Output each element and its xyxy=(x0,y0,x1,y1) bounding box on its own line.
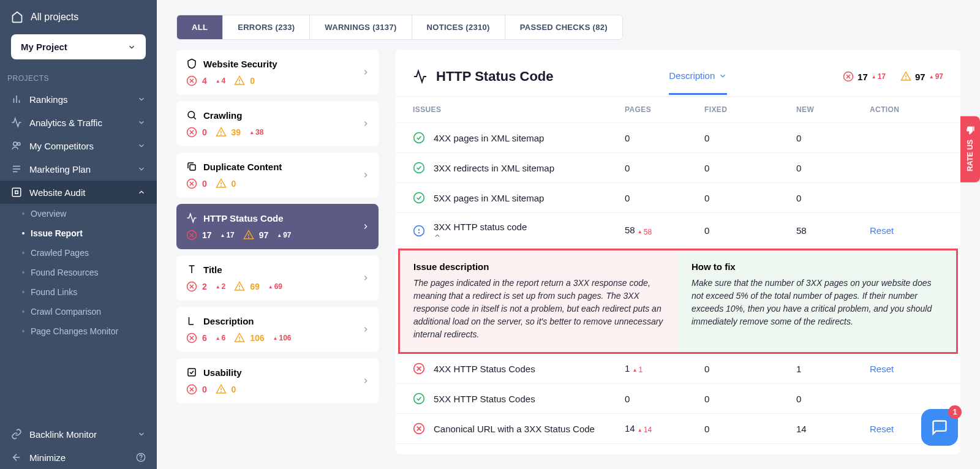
svg-point-50 xyxy=(221,391,221,392)
activity-icon xyxy=(413,69,428,84)
chevron-down-icon xyxy=(137,118,146,127)
tab-passed[interactable]: PASSED CHECKS (82) xyxy=(505,15,622,39)
nav-marketing-plan[interactable]: Marketing Plan xyxy=(0,157,157,181)
issue-name: 4XX HTTP Status Codes xyxy=(434,364,535,374)
description-dropdown[interactable]: Description xyxy=(669,70,727,95)
chevron-right-icon xyxy=(361,222,370,231)
table-row[interactable]: 5XX pages in XML sitemap000 xyxy=(396,183,960,213)
table-row[interactable]: 3XX redirects in XML sitemap000 xyxy=(396,153,960,183)
fixed-cell: 0 xyxy=(704,193,796,203)
all-projects-link[interactable]: All projects xyxy=(0,0,157,34)
svg-line-18 xyxy=(194,117,196,119)
status-icon xyxy=(413,422,425,435)
col-issues: ISSUES xyxy=(413,105,625,114)
issue-name: 4XX pages in XML sitemap xyxy=(434,133,544,143)
sub-found-links[interactable]: Found Links xyxy=(11,282,157,302)
nav-competitors[interactable]: My Competitors xyxy=(0,134,157,157)
issue-name: 5XX pages in XML sitemap xyxy=(434,193,544,203)
sub-crawled-pages[interactable]: Crawled Pages xyxy=(11,243,157,263)
sub-overview[interactable]: Overview xyxy=(11,204,157,223)
tab-notices[interactable]: NOTICES (2310) xyxy=(412,15,505,39)
table-row[interactable]: 4XX pages in XML sitemap000 xyxy=(396,123,960,153)
list-icon xyxy=(11,163,22,174)
sub-page-changes[interactable]: Page Changes Monitor xyxy=(11,321,157,341)
detail-panel: HTTP Status Code Description 1717 xyxy=(396,50,960,454)
svg-point-44 xyxy=(239,340,240,340)
tab-all[interactable]: ALL xyxy=(177,15,223,39)
svg-rect-8 xyxy=(12,188,21,197)
col-pages: PAGES xyxy=(625,105,704,114)
col-fixed: FIXED xyxy=(704,105,796,114)
category-title: Title xyxy=(203,265,222,275)
project-dropdown[interactable]: My Project xyxy=(11,34,146,59)
tab-errors[interactable]: ERRORS (233) xyxy=(223,15,310,39)
category-title: Description xyxy=(203,316,254,326)
warning-icon xyxy=(900,71,911,82)
category-card[interactable]: Crawling 0 3938 xyxy=(176,101,379,146)
svg-point-17 xyxy=(188,111,195,118)
category-icon xyxy=(186,110,197,121)
col-action: ACTION xyxy=(870,105,943,114)
svg-point-29 xyxy=(221,186,221,186)
category-stats: 0 3938 xyxy=(186,127,369,138)
chevron-up-icon xyxy=(137,188,146,197)
fixed-cell: 0 xyxy=(704,163,796,173)
category-card[interactable]: Description 66 106106 xyxy=(176,307,379,352)
svg-point-11 xyxy=(141,459,141,460)
fixed-cell: 0 xyxy=(704,394,796,404)
head-error-count: 1717 xyxy=(843,71,886,82)
nav-backlink-monitor[interactable]: Backlink Monitor xyxy=(0,422,157,446)
sub-issue-report[interactable]: Issue Report xyxy=(11,223,157,243)
table-row[interactable]: 3XX HTTP status code 58 58058Reset xyxy=(396,213,960,249)
sub-found-resources[interactable]: Found Resources xyxy=(11,263,157,282)
chevron-down-icon xyxy=(718,72,727,80)
status-icon xyxy=(413,362,425,375)
category-stats: 1717 9797 xyxy=(186,230,369,241)
table-row[interactable]: Canonical URL with a 3XX Status Code14 1… xyxy=(396,414,960,444)
table-row[interactable]: 4XX HTTP Status Codes1 101Reset xyxy=(396,354,960,384)
activity-icon xyxy=(11,117,22,128)
link-icon xyxy=(11,429,22,440)
main-content: ALL ERRORS (233) WARNINGS (3137) NOTICES… xyxy=(157,0,980,469)
detail-title: HTTP Status Code xyxy=(436,69,554,84)
category-stats: 22 6969 xyxy=(186,281,369,292)
nav-analytics-traffic[interactable]: Analytics & Traffic xyxy=(0,111,157,134)
help-icon[interactable] xyxy=(136,452,146,462)
fixed-cell: 0 xyxy=(704,424,796,434)
reset-button[interactable]: Reset xyxy=(870,364,894,374)
reset-button[interactable]: Reset xyxy=(870,424,894,434)
svg-point-23 xyxy=(221,134,221,135)
category-title: Website Security xyxy=(203,59,277,69)
category-card[interactable]: HTTP Status Code 1717 9797 xyxy=(176,204,379,249)
sidebar: All projects My Project PROJECTS Ranking… xyxy=(0,0,157,469)
category-card[interactable]: Title 22 6969 xyxy=(176,255,379,301)
status-icon xyxy=(413,192,425,204)
chevron-right-icon xyxy=(361,274,370,282)
sub-crawl-comparison[interactable]: Crawl Comparison xyxy=(11,302,157,321)
category-card[interactable]: Duplicate Content 0 0 xyxy=(176,152,379,198)
svg-rect-45 xyxy=(188,369,195,376)
pages-cell: 0 xyxy=(625,133,704,143)
category-card[interactable]: Website Security 44 0 xyxy=(176,50,379,95)
chevron-right-icon xyxy=(361,119,370,128)
svg-point-61 xyxy=(419,232,420,233)
error-icon xyxy=(843,71,854,82)
home-icon xyxy=(11,11,23,23)
fixed-cell: 0 xyxy=(704,133,796,143)
chevron-right-icon xyxy=(361,68,370,77)
minimize-button[interactable]: Minimize xyxy=(0,446,157,469)
new-cell: 14 xyxy=(796,424,870,434)
new-cell: 0 xyxy=(796,193,870,203)
table-row[interactable]: 5XX HTTP Status Codes000 xyxy=(396,384,960,414)
nav-website-audit[interactable]: Website Audit xyxy=(0,181,157,204)
category-title: Crawling xyxy=(203,110,242,121)
rate-us-tab[interactable]: RATE US xyxy=(960,116,980,182)
category-card[interactable]: Usability 0 0 xyxy=(176,358,379,403)
chevron-down-icon xyxy=(137,430,146,438)
chat-button[interactable]: 1 xyxy=(921,409,958,446)
tab-warnings[interactable]: WARNINGS (3137) xyxy=(310,15,412,39)
users-icon xyxy=(11,140,22,151)
nav-rankings[interactable]: Rankings xyxy=(0,88,157,111)
status-icon xyxy=(413,225,425,237)
reset-button[interactable]: Reset xyxy=(870,225,894,236)
